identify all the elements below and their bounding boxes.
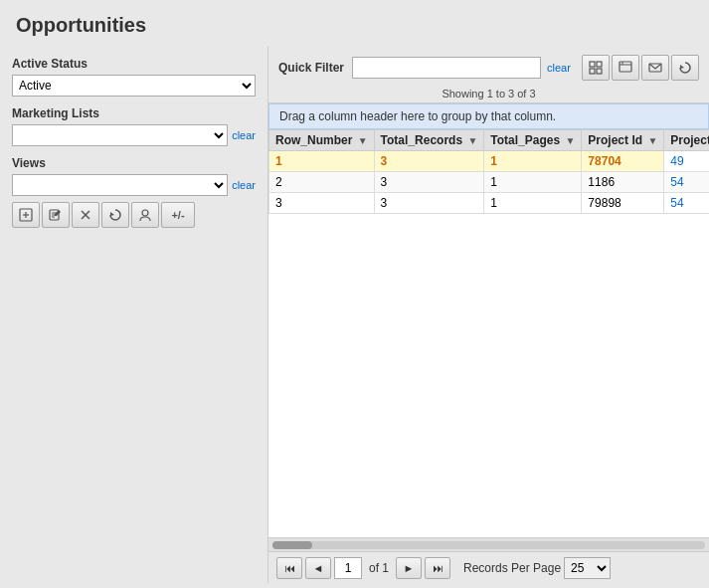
cell-total-records: 3	[374, 172, 484, 193]
filter-icon-total-records[interactable]: ▼	[467, 135, 477, 146]
quick-filter-label: Quick Filter	[278, 61, 344, 75]
col-header-project-id[interactable]: Project Id ▼	[582, 130, 664, 151]
svg-rect-16	[620, 62, 631, 72]
cell-total-records: 3	[374, 151, 484, 172]
cell-row-number: 1	[269, 151, 375, 172]
cell-total-pages: 1	[484, 193, 582, 214]
page-title: Opportunities	[0, 0, 709, 47]
records-per-page-select[interactable]: 25 50 100	[564, 557, 611, 579]
plusminus-button[interactable]: +/-	[161, 202, 195, 228]
scrollbar-track[interactable]	[272, 541, 705, 549]
quick-filter-clear[interactable]: clear	[547, 62, 571, 74]
views-select[interactable]	[12, 174, 228, 196]
col-header-total-records[interactable]: Total_Records ▼	[374, 130, 484, 151]
showing-bar: Showing 1 to 3 of 3	[268, 85, 709, 103]
right-panel: Quick Filter clear Showing 1 to 3 of 3	[268, 47, 709, 583]
filter-icon-project-id[interactable]: ▼	[647, 135, 657, 146]
cell-project: 54	[664, 193, 709, 214]
edit-button[interactable]	[42, 202, 70, 228]
table-header-row: Row_Number ▼ Total_Records ▼ Total_Pages…	[269, 130, 710, 151]
active-status-select[interactable]: Active Inactive All	[12, 75, 256, 97]
export-button[interactable]	[612, 55, 639, 81]
scrollbar-thumb[interactable]	[272, 541, 312, 549]
views-section: Views clear	[12, 156, 256, 228]
svg-marker-20	[680, 65, 684, 69]
marketing-lists-section: Marketing Lists clear	[12, 106, 256, 146]
col-header-project[interactable]: Project	[664, 130, 709, 151]
grid-container[interactable]: Row_Number ▼ Total_Records ▼ Total_Pages…	[268, 129, 709, 537]
page-number-input[interactable]	[334, 557, 362, 579]
quick-filter-bar: Quick Filter clear	[268, 47, 709, 85]
marketing-lists-clear[interactable]: clear	[232, 129, 256, 141]
svg-rect-13	[597, 62, 602, 67]
pagination-bar: ⏮ ◄ of 1 ► ⏭ Records Per Page 25 50 100	[268, 551, 709, 583]
cell-total-records: 3	[374, 193, 484, 214]
views-label: Views	[12, 156, 256, 170]
marketing-lists-select[interactable]	[12, 124, 228, 146]
drag-hint: Drag a column header here to group by th…	[268, 103, 709, 129]
filter-icon-total-pages[interactable]: ▼	[565, 135, 575, 146]
right-toolbar	[582, 55, 699, 81]
horizontal-scrollbar[interactable]	[268, 537, 709, 551]
cell-total-pages: 1	[484, 151, 582, 172]
cell-project: 49	[664, 151, 709, 172]
refresh-right-button[interactable]	[671, 55, 699, 81]
svg-marker-10	[110, 212, 114, 216]
records-per-page-label: Records Per Page	[463, 561, 561, 575]
cell-total-pages: 1	[484, 172, 582, 193]
table-row[interactable]: 231118654	[269, 172, 710, 193]
quick-filter-input[interactable]	[352, 57, 541, 79]
refresh-left-button[interactable]	[101, 202, 129, 228]
svg-rect-12	[590, 62, 595, 67]
svg-rect-14	[590, 69, 595, 74]
active-status-label: Active Status	[12, 57, 256, 71]
grid-view-button[interactable]	[582, 55, 610, 81]
mail-button[interactable]	[641, 55, 669, 81]
last-page-button[interactable]: ⏭	[425, 557, 450, 579]
table-row[interactable]: 3317989854	[269, 193, 710, 214]
new-button[interactable]	[12, 202, 40, 228]
cell-project-id: 78704	[582, 151, 664, 172]
active-status-section: Active Status Active Inactive All	[12, 57, 256, 97]
delete-button[interactable]	[72, 202, 99, 228]
col-header-total-pages[interactable]: Total_Pages ▼	[484, 130, 582, 151]
prev-page-button[interactable]: ◄	[305, 557, 331, 579]
table-row[interactable]: 1317870449	[269, 151, 710, 172]
marketing-lists-label: Marketing Lists	[12, 106, 256, 120]
left-panel: Active Status Active Inactive All Market…	[0, 47, 268, 583]
cell-row-number: 2	[269, 172, 375, 193]
cell-project: 54	[664, 172, 709, 193]
svg-point-11	[142, 210, 148, 216]
assign-button[interactable]	[131, 202, 159, 228]
svg-rect-15	[597, 69, 602, 74]
cell-row-number: 3	[269, 193, 375, 214]
left-toolbar: +/-	[12, 202, 256, 228]
page-of-label: of 1	[369, 561, 389, 575]
data-table: Row_Number ▼ Total_Records ▼ Total_Pages…	[268, 129, 709, 214]
first-page-button[interactable]: ⏮	[276, 557, 302, 579]
filter-icon-row-number[interactable]: ▼	[358, 135, 368, 146]
next-page-button[interactable]: ►	[396, 557, 422, 579]
cell-project-id: 79898	[582, 193, 664, 214]
col-header-row-number[interactable]: Row_Number ▼	[269, 130, 375, 151]
views-clear[interactable]: clear	[232, 179, 256, 191]
cell-project-id: 1186	[582, 172, 664, 193]
